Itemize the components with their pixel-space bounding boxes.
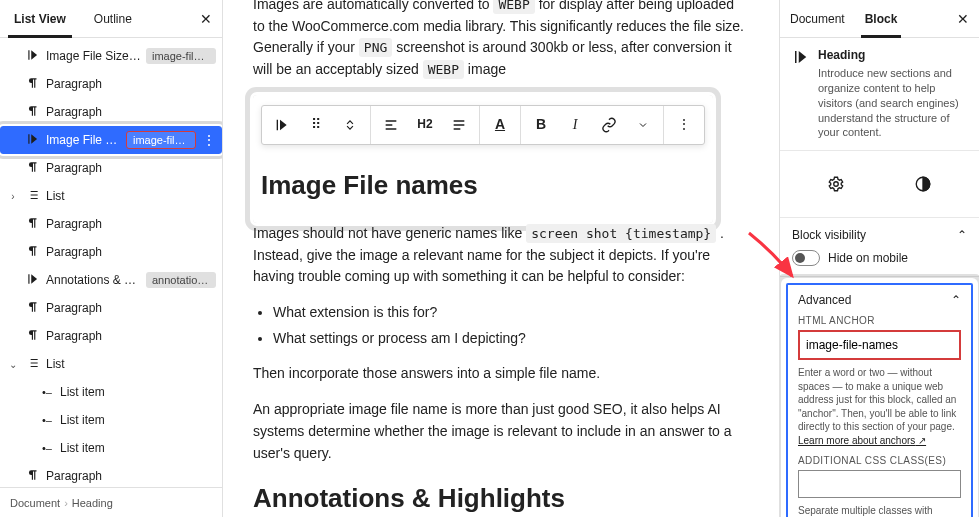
more-rich-text-icon[interactable] <box>629 111 657 139</box>
advanced-section: Advanced ⌃ HTML ANCHOR Enter a word or t… <box>786 283 973 517</box>
list-view-item[interactable]: Paragraph <box>0 154 222 182</box>
heading-level-button[interactable]: H2 <box>411 111 439 139</box>
list-view-item-label: List <box>46 357 216 371</box>
tab-block[interactable]: Block <box>855 0 908 37</box>
flag-icon <box>24 272 42 289</box>
breadcrumb: Document › Heading <box>0 487 222 517</box>
advanced-section-header[interactable]: Advanced ⌃ <box>798 293 961 307</box>
hide-on-mobile-toggle[interactable] <box>792 250 820 266</box>
settings-panel: Document Block ✕ Heading Introduce new s… <box>779 0 979 517</box>
additional-css-input[interactable] <box>798 470 961 498</box>
list-view-tree: Image File Sizes and ...image-file-s...P… <box>0 38 222 487</box>
para-icon <box>24 104 42 121</box>
list-view-item-label: Paragraph <box>46 217 216 231</box>
list-view-item[interactable]: ›List <box>0 182 222 210</box>
block-type-icon[interactable] <box>268 111 296 139</box>
li-icon: •– <box>38 385 56 399</box>
list-view-item-label: List <box>46 189 216 203</box>
close-left-panel-button[interactable]: ✕ <box>190 0 222 37</box>
list-view-item-label: Paragraph <box>46 301 216 315</box>
paragraph-block[interactable]: An appropriate image file name is more t… <box>253 399 749 464</box>
list-view-item[interactable]: Annotations & Highlig...annotations... <box>0 266 222 294</box>
text-align-icon[interactable] <box>445 111 473 139</box>
drag-handle-icon[interactable]: ⠿ <box>302 111 330 139</box>
html-anchor-label: HTML ANCHOR <box>798 315 961 326</box>
align-icon[interactable] <box>377 111 405 139</box>
para-icon <box>24 328 42 345</box>
list-view-item[interactable]: •–List item <box>0 378 222 406</box>
breadcrumb-doc[interactable]: Document <box>10 497 60 509</box>
list-view-item[interactable]: Paragraph <box>0 210 222 238</box>
additional-css-help: Separate multiple classes with spaces. <box>798 504 961 517</box>
bold-button[interactable]: B <box>527 111 555 139</box>
list-view-item[interactable]: Paragraph <box>0 70 222 98</box>
paragraph-block[interactable]: Images are automatically converted to WE… <box>253 0 749 81</box>
tab-document[interactable]: Document <box>780 0 855 37</box>
more-options-icon[interactable]: ⋮ <box>670 111 698 139</box>
close-settings-button[interactable]: ✕ <box>947 0 979 37</box>
html-anchor-help: Enter a word or two — without spaces — t… <box>798 366 961 447</box>
chevron-right-icon: › <box>64 497 68 509</box>
tab-list-view[interactable]: List View <box>0 0 80 37</box>
list-item[interactable]: What extension is this for? <box>273 302 749 324</box>
list-view-item[interactable]: Paragraph <box>0 294 222 322</box>
editor-canvas[interactable]: Images are automatically converted to WE… <box>223 0 779 517</box>
left-tabs: List View Outline ✕ <box>0 0 222 38</box>
list-view-item-label: List item <box>60 385 216 399</box>
block-visibility-section[interactable]: Block visibility ⌃ <box>792 228 967 242</box>
block-description: Introduce new sections and organize cont… <box>818 66 967 140</box>
para-icon <box>24 468 42 485</box>
styles-tab-icon[interactable] <box>908 169 938 199</box>
italic-button[interactable]: I <box>561 111 589 139</box>
list-view-item[interactable]: Paragraph <box>0 322 222 350</box>
settings-tab-icon[interactable] <box>821 169 851 199</box>
breadcrumb-block[interactable]: Heading <box>72 497 113 509</box>
list-view-panel: List View Outline ✕ Image File Sizes and… <box>0 0 223 517</box>
anchor-badge: image-file-s... <box>146 48 216 64</box>
list-view-item-label: List item <box>60 413 216 427</box>
chevron-up-icon: ⌃ <box>951 293 961 307</box>
list-view-item[interactable]: •–List item <box>0 406 222 434</box>
list-view-item[interactable]: Paragraph <box>0 238 222 266</box>
paragraph-block[interactable]: Then incorporate those answers into a si… <box>253 363 749 385</box>
anchor-badge: image-file-n... <box>126 131 196 149</box>
learn-more-anchors-link[interactable]: Learn more about anchors ↗ <box>798 435 926 446</box>
html-anchor-input[interactable] <box>798 330 961 360</box>
heading-block-selected[interactable]: ⠿ H2 A B I <box>253 95 713 223</box>
para-icon <box>24 160 42 177</box>
item-options-icon[interactable]: ⋮ <box>202 132 216 148</box>
hide-on-mobile-label: Hide on mobile <box>828 251 908 265</box>
block-toolbar: ⠿ H2 A B I <box>261 105 705 145</box>
list-item[interactable]: What settings or process am I depicting? <box>273 328 749 350</box>
heading-text[interactable]: Image File names <box>261 165 705 205</box>
flag-icon <box>24 132 42 149</box>
link-button[interactable] <box>595 111 623 139</box>
list-view-item-label: Image File Sizes and ... <box>46 49 142 63</box>
list-view-item[interactable]: Paragraph <box>0 462 222 487</box>
list-view-item[interactable]: •–List item <box>0 434 222 462</box>
move-up-down-icon[interactable] <box>336 111 364 139</box>
toggle-icon[interactable]: ⌄ <box>6 359 20 370</box>
heading-block[interactable]: Annotations & Highlights <box>253 478 749 517</box>
toggle-icon[interactable]: › <box>6 191 20 202</box>
paragraph-block[interactable]: Images should not have generic names lik… <box>253 223 749 288</box>
list-view-item[interactable]: Paragraph <box>0 98 222 126</box>
li-icon: •– <box>38 413 56 427</box>
list-view-item-label: Paragraph <box>46 329 216 343</box>
list-view-item-label: Paragraph <box>46 105 216 119</box>
svg-point-1 <box>834 182 839 187</box>
li-icon: •– <box>38 441 56 455</box>
list-view-item[interactable]: Image File Sizes and ...image-file-s... <box>0 42 222 70</box>
list-view-item-label: Paragraph <box>46 245 216 259</box>
para-icon <box>24 244 42 261</box>
list-view-item-label: Annotations & Highlig... <box>46 273 142 287</box>
list-view-item-label: Paragraph <box>46 161 216 175</box>
list-view-item[interactable]: ⌄List <box>0 350 222 378</box>
list-block[interactable]: What extension is this for? What setting… <box>273 302 749 349</box>
list-view-item[interactable]: Image File namesimage-file-n...⋮ <box>0 126 222 154</box>
para-icon <box>24 216 42 233</box>
list-icon <box>24 356 42 373</box>
text-color-icon[interactable]: A <box>486 111 514 139</box>
tab-outline[interactable]: Outline <box>80 0 146 37</box>
anchor-badge: annotations... <box>146 272 216 288</box>
